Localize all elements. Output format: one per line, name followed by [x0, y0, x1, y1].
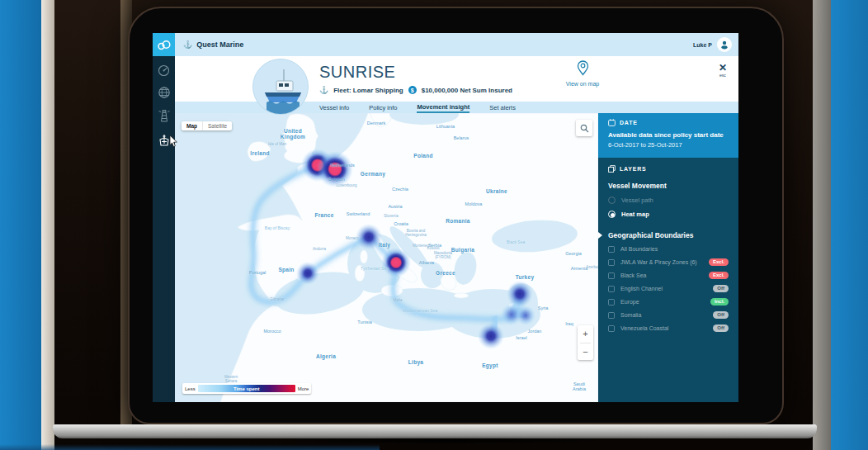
cloud-loops-logo-icon [157, 40, 171, 50]
layers-section: LAYERS Vessel Movement Vessel pathHeat m… [598, 158, 738, 402]
map-type-control: Map Satellite [182, 121, 232, 130]
map-pin-icon [577, 60, 589, 76]
map-canvas [175, 113, 598, 402]
user-name: Luke P [693, 42, 712, 48]
tab-movement-insight[interactable]: Movement insight [417, 102, 469, 113]
fleet-label: Fleet: Lomar Shipping [333, 87, 403, 94]
checkbox-icon [608, 246, 615, 253]
laptop-base-shadow [272, 438, 619, 444]
boundary-label: Venezuela Coastal [620, 325, 668, 331]
tab-vessel-info[interactable]: Vessel info [319, 102, 349, 113]
radio-button-icon [608, 197, 616, 204]
vessel-movement-title: Vessel Movement [608, 182, 729, 190]
boundary-item-somalia[interactable]: SomaliaOff [608, 311, 729, 319]
map-view-button[interactable]: Map [182, 121, 202, 130]
search-icon [580, 124, 589, 133]
boundary-label: Black Sea [620, 272, 647, 278]
nav-gauge-icon[interactable] [153, 60, 175, 80]
boundaries-title: Geographical Boundaries [608, 231, 729, 239]
photo-scene: ⚓ Quest Marine Luke P [0, 0, 868, 450]
app-topbar: ⚓ Quest Marine Luke P [153, 33, 738, 56]
zoom-out-button[interactable]: − [578, 343, 593, 361]
checkbox-icon [608, 325, 615, 332]
boundary-label: Europe [620, 299, 639, 305]
boundary-item-english-channel[interactable]: English ChannelOff [608, 285, 729, 292]
boundary-item-black-sea[interactable]: Black SeaExcl. [608, 272, 729, 279]
legend-less-label: Less [185, 386, 196, 391]
tab-policy-info[interactable]: Policy info [369, 102, 397, 113]
status-badge-off: Off [713, 311, 729, 319]
view-on-map-label: View on map [550, 81, 615, 87]
status-badge-excl: Excl. [709, 258, 729, 266]
heat-blob-dark [478, 323, 504, 349]
esc-label: esc [719, 73, 727, 78]
checkbox-icon [608, 272, 615, 279]
radio-heat-map[interactable]: Heat map [608, 211, 729, 218]
heatmap-legend: Less Time spent More [182, 383, 311, 394]
calendar-icon [608, 119, 616, 126]
map-zoom-control: + − [578, 325, 593, 360]
satellite-view-button[interactable]: Satellite [203, 121, 232, 130]
date-section: DATE Available data since policy start d… [598, 113, 738, 158]
legend-title: Time spent [234, 386, 260, 391]
fleet-anchor-icon: ⚓ [319, 86, 328, 94]
anchor-icon: ⚓ [183, 40, 192, 49]
legend-more-label: More [298, 386, 309, 391]
boundary-label: Somalia [620, 312, 641, 318]
heat-blob-dark [296, 262, 319, 285]
date-availability-text: Available data since policy start date [608, 131, 729, 139]
layers-icon [608, 165, 616, 173]
background-blue-wall-right [831, 0, 868, 450]
right-panel: DATE Available data since policy start d… [598, 113, 738, 402]
zoom-in-button[interactable]: + [578, 325, 593, 343]
nav-lighthouse-icon[interactable] [153, 106, 175, 126]
status-badge-excl: Excl. [709, 272, 729, 279]
boundary-item-europe[interactable]: EuropeIncl. [608, 298, 729, 306]
close-button[interactable]: ✕ esc [719, 63, 727, 78]
boundary-item-jwla-war-piracy-zones-6[interactable]: JWLA War & Piracy Zones (6)Excl. [608, 258, 729, 266]
status-badge-off: Off [713, 285, 729, 292]
movement-map[interactable]: United KingdomIrelandIsle of ManDenmarkN… [175, 113, 598, 402]
left-nav [153, 56, 175, 402]
collapse-arrow-icon[interactable] [598, 232, 602, 239]
radio-button-icon [608, 211, 616, 218]
layers-section-title: LAYERS [620, 166, 647, 172]
radio-label: Heat map [621, 211, 649, 218]
map-search-button[interactable] [576, 120, 592, 136]
checkbox-icon [608, 286, 615, 292]
checkbox-icon [608, 299, 615, 306]
laptop-bezel: ⚓ Quest Marine Luke P [128, 7, 784, 424]
boundary-item-venezuela-coastal[interactable]: Venezuela CoastalOff [608, 324, 729, 332]
heat-blob-med [516, 306, 535, 325]
movement-options: Vessel pathHeat map [608, 197, 729, 218]
radio-vessel-path[interactable]: Vessel path [608, 197, 729, 204]
content-row: United KingdomIrelandIsle of ManDenmarkN… [175, 113, 738, 402]
background-blue-wall-left [0, 0, 41, 450]
heat-blob-dark [507, 281, 533, 307]
view-on-map-button[interactable]: View on map [550, 60, 615, 87]
heat-blob-red [317, 151, 353, 187]
background-bottom-glow [0, 444, 380, 450]
vessel-header: SUNRISE ⚓ Fleet: Lomar Shipping $ $10,00… [175, 56, 738, 102]
status-badge-off: Off [713, 324, 729, 332]
checkbox-icon [608, 259, 615, 266]
vessel-name: SUNRISE [319, 63, 395, 82]
checkbox-icon [608, 312, 615, 319]
app-logo-button[interactable] [153, 33, 175, 56]
boundaries-block: Geographical Boundaries All BoundariesJW… [608, 231, 729, 332]
close-icon: ✕ [719, 63, 727, 73]
main-area: SUNRISE ⚓ Fleet: Lomar Shipping $ $10,00… [175, 56, 738, 402]
user-avatar[interactable] [717, 37, 732, 52]
boundary-item-all-boundaries[interactable]: All Boundaries [608, 245, 729, 253]
status-badge-incl: Incl. [710, 298, 729, 306]
heat-blob-dark [356, 224, 382, 250]
nav-globe-icon[interactable] [153, 83, 175, 102]
person-icon [719, 40, 729, 50]
boundary-label: English Channel [620, 286, 663, 291]
insured-label: $10,000,000 Net Sum Insured [422, 87, 512, 94]
date-range-text: 6-Oct-2017 to 25-Oct-2017 [608, 141, 729, 149]
radio-label: Vessel path [621, 197, 653, 204]
tab-set-alerts[interactable]: Set alerts [489, 102, 516, 113]
app-name: Quest Marine [196, 40, 243, 49]
app-screen: ⚓ Quest Marine Luke P [153, 33, 738, 402]
